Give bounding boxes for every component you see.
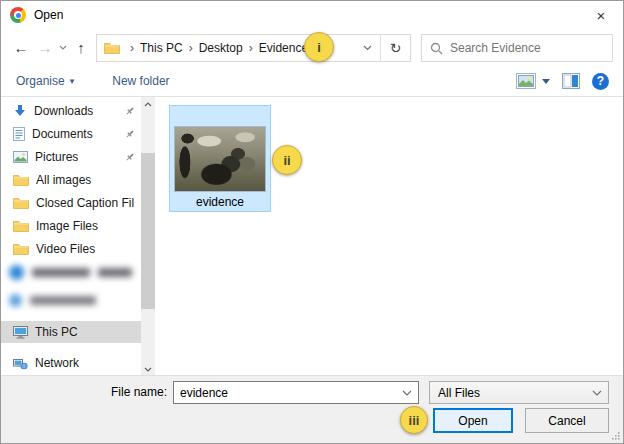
sidebar-item-label: Pictures xyxy=(35,150,78,164)
help-icon[interactable]: ? xyxy=(592,73,609,90)
sidebar-item-label: All images xyxy=(36,173,91,187)
redacted-icon xyxy=(9,294,22,307)
sidebar-item-label: Documents xyxy=(32,127,93,141)
redacted-label xyxy=(32,268,90,277)
file-name-dropdown-chevron-icon[interactable] xyxy=(396,390,418,396)
file-name-label: evidence xyxy=(196,195,244,209)
cancel-button[interactable]: Cancel xyxy=(525,408,609,433)
organise-caret-icon: ▾ xyxy=(70,76,75,86)
window-title: Open xyxy=(34,8,63,22)
file-name-input[interactable] xyxy=(174,386,396,400)
search-box[interactable] xyxy=(421,34,613,62)
address-dropdown-chevron-icon[interactable] xyxy=(354,45,380,51)
file-item-evidence[interactable]: evidence xyxy=(169,105,271,212)
sidebar-item-closed-caption-files[interactable]: Closed Caption Fil xyxy=(1,192,141,214)
file-type-dropdown[interactable]: All Files xyxy=(429,381,609,404)
sidebar-item-label: Downloads xyxy=(34,104,93,118)
title-bar: Open × xyxy=(1,1,623,29)
file-name-combo[interactable] xyxy=(173,381,419,404)
document-icon xyxy=(13,127,25,141)
sidebar-item-label: Network xyxy=(35,356,79,370)
folder-icon xyxy=(13,197,29,210)
thumbnail-image xyxy=(175,127,265,191)
breadcrumb-separator: › xyxy=(124,41,140,55)
annotation-iii: iii xyxy=(400,406,428,434)
file-name-field-label: File name: xyxy=(1,381,167,404)
sidebar-item-this-pc[interactable]: This PC xyxy=(1,321,141,343)
pin-icon xyxy=(125,152,135,162)
organise-label: Organise xyxy=(16,74,65,88)
network-icon xyxy=(13,357,28,370)
scrollbar-thumb[interactable] xyxy=(141,153,155,309)
folder-icon xyxy=(13,174,29,187)
preview-pane-button[interactable] xyxy=(562,73,580,89)
resize-grip[interactable] xyxy=(610,430,621,441)
sidebar-item-network[interactable]: Network xyxy=(1,352,141,374)
close-icon[interactable]: × xyxy=(579,1,623,29)
sidebar-scrollbar[interactable] xyxy=(141,97,155,377)
command-toolbar: Organise ▾ New folder ? xyxy=(1,66,623,97)
sidebar-item-redacted[interactable] xyxy=(9,263,135,281)
pin-icon xyxy=(125,106,135,116)
open-button-label: Open xyxy=(458,414,487,428)
sidebar-item-image-files[interactable]: Image Files xyxy=(1,215,141,237)
sidebar-item-label: Closed Caption Fil xyxy=(36,196,134,210)
folder-icon xyxy=(13,220,29,233)
thumbnail-view-icon xyxy=(516,73,536,89)
sidebar-item-label: Image Files xyxy=(36,219,98,233)
toolbar-right-group: ? xyxy=(516,66,609,96)
redacted-label xyxy=(30,296,96,305)
search-icon xyxy=(430,42,443,55)
view-caret-icon xyxy=(542,79,550,84)
cancel-button-label: Cancel xyxy=(548,414,585,428)
refresh-icon[interactable]: ↻ xyxy=(380,35,410,61)
annotation-ii: ii xyxy=(272,145,302,175)
new-folder-label: New folder xyxy=(112,74,169,88)
folder-icon xyxy=(13,243,29,256)
downloads-icon xyxy=(13,104,27,118)
sidebar-item-video-files[interactable]: Video Files xyxy=(1,238,141,260)
content-area: Downloads Documents Pictures All images … xyxy=(1,97,623,377)
sidebar-item-documents[interactable]: Documents xyxy=(1,123,141,145)
sidebar-item-label: Video Files xyxy=(36,242,95,256)
sidebar-item-redacted[interactable] xyxy=(9,291,135,309)
sidebar-item-all-images[interactable]: All images xyxy=(1,169,141,191)
new-folder-button[interactable]: New folder xyxy=(102,66,179,96)
up-button[interactable]: ↑ xyxy=(69,35,93,59)
organise-button[interactable]: Organise ▾ xyxy=(6,66,84,96)
this-pc-icon xyxy=(13,326,28,339)
chrome-icon xyxy=(10,7,26,23)
view-mode-button[interactable] xyxy=(516,73,550,89)
back-button[interactable]: ← xyxy=(9,35,33,59)
breadcrumb-evidence[interactable]: Evidence xyxy=(259,41,308,55)
folder-icon xyxy=(104,42,120,55)
open-file-dialog: Open × ← → ↑ › This PC › Desktop › Evide… xyxy=(0,0,624,444)
scroll-up-icon[interactable] xyxy=(141,97,155,112)
pictures-icon xyxy=(13,151,28,163)
pin-icon xyxy=(125,129,135,139)
forward-button: → xyxy=(33,35,57,59)
redacted-icon xyxy=(9,265,24,280)
address-bar[interactable]: › This PC › Desktop › Evidence ↻ xyxy=(96,34,411,62)
annotation-i: i xyxy=(304,32,334,62)
sidebar-item-label: This PC xyxy=(35,325,78,339)
file-thumbnail xyxy=(175,127,265,191)
sidebar-item-pictures[interactable]: Pictures xyxy=(1,146,141,168)
breadcrumb-desktop[interactable]: Desktop xyxy=(199,41,243,55)
sidebar-item-downloads[interactable]: Downloads xyxy=(1,100,141,122)
breadcrumb-separator: › xyxy=(243,41,259,55)
breadcrumb-separator: › xyxy=(183,41,199,55)
redacted-label xyxy=(98,268,132,277)
dialog-footer: File name: All Files Open Cancel xyxy=(1,375,623,443)
search-input[interactable] xyxy=(450,41,604,55)
breadcrumb-this-pc[interactable]: This PC xyxy=(140,41,183,55)
open-button[interactable]: Open xyxy=(433,408,513,433)
file-type-value: All Files xyxy=(438,386,480,400)
file-type-chevron-icon xyxy=(586,390,608,396)
